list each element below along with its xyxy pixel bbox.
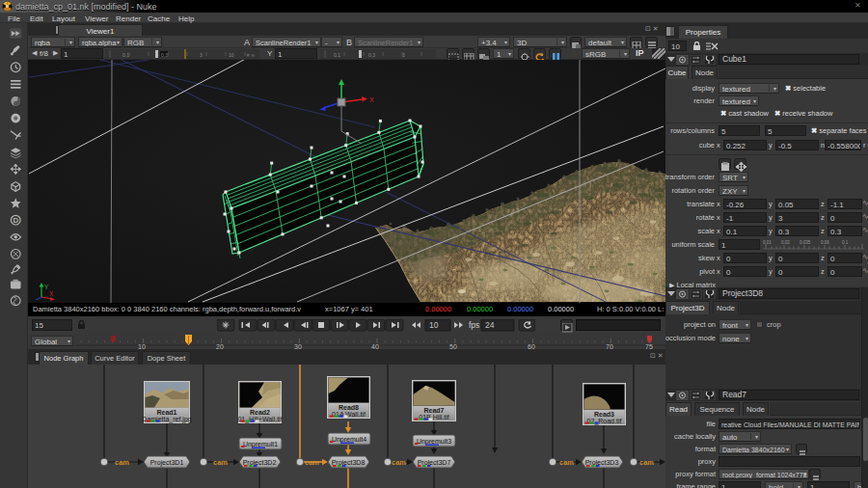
svg-text:10: 10 — [229, 52, 234, 58]
svg-text:fps: fps — [469, 320, 479, 330]
svg-text:Y: Y — [44, 284, 49, 290]
svg-text:0.3: 0.3 — [368, 52, 375, 58]
svg-text:cam: cam — [115, 458, 129, 467]
svg-text:cam: cam — [305, 458, 319, 467]
svg-text:24: 24 — [485, 320, 495, 330]
svg-text:02_Road.tif: 02_Road.tif — [587, 418, 622, 425]
svg-text:Read1: Read1 — [156, 409, 176, 416]
svg-text:Project3D2: Project3D2 — [243, 459, 277, 467]
svg-text:0.1: 0.1 — [334, 52, 340, 58]
svg-text:0.1: 0.1 — [842, 240, 849, 245]
svg-text:10: 10 — [429, 320, 439, 330]
svg-text:D: D — [14, 216, 19, 225]
svg-text:X: X — [369, 96, 374, 103]
svg-text:Project3D8: Project3D8 — [332, 459, 366, 467]
svg-text:Unpremult3: Unpremult3 — [417, 438, 451, 446]
svg-text:Unpremult1: Unpremult1 — [243, 441, 278, 448]
svg-text:cam: cam — [213, 458, 228, 467]
svg-text:Read7: Read7 — [423, 407, 444, 414]
svg-text:X: X — [49, 290, 54, 297]
svg-text:01B Hill.tif: 01B Hill.tif — [419, 414, 449, 420]
svg-text:cam: cam — [639, 458, 654, 467]
svg-text:3: 3 — [402, 52, 405, 58]
svg-text:0.02: 0.02 — [781, 240, 790, 245]
svg-text:3: 3 — [200, 52, 203, 58]
svg-text:Read8: Read8 — [339, 404, 359, 411]
svg-text:Damietta_ref.jpg: Damietta_ref.jpg — [142, 416, 191, 423]
svg-text:Project3D7: Project3D7 — [418, 459, 451, 467]
svg-text:Project3D3: Project3D3 — [585, 459, 619, 467]
svg-text:Project3D1: Project3D1 — [150, 459, 184, 467]
svg-text:0.06: 0.06 — [821, 240, 829, 245]
svg-text:0.035: 0.035 — [800, 240, 811, 245]
svg-text:Unpremult4: Unpremult4 — [332, 436, 366, 444]
svg-text:0.1: 0.1 — [122, 52, 129, 58]
svg-text:✕ ∞: ✕ ∞ — [246, 52, 256, 58]
svg-text:cam: cam — [392, 458, 406, 467]
svg-text:cam: cam — [559, 458, 574, 467]
svg-text:Read3: Read3 — [594, 411, 614, 418]
svg-text:0.01: 0.01 — [763, 240, 772, 245]
svg-text:01_Hill+Wall.tif: 01_Hill+Wall.tif — [237, 416, 282, 423]
svg-text:0.3: 0.3 — [161, 52, 168, 58]
svg-text:Read2: Read2 — [250, 409, 270, 416]
